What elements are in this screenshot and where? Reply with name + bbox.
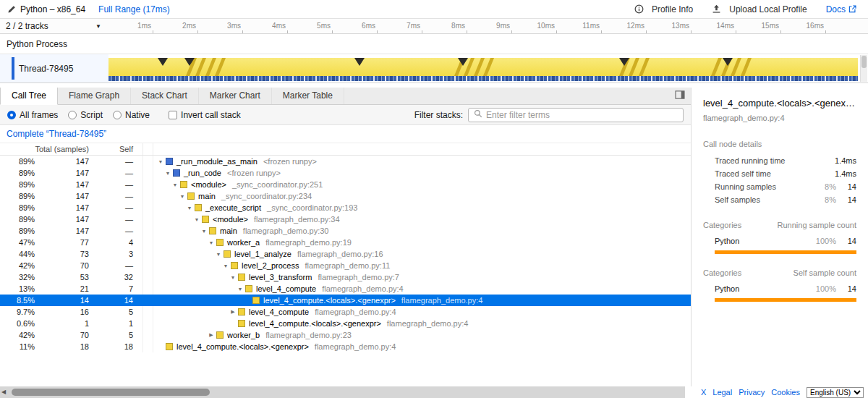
source-location: flamegraph_demo.py:4 <box>315 342 396 351</box>
tab-call-tree[interactable]: Call Tree <box>0 88 58 105</box>
expand-arrow-icon[interactable]: ▶ <box>207 332 216 338</box>
column-header-total[interactable]: Total (samples) <box>0 145 90 153</box>
full-range-link[interactable]: Full Range (17ms) <box>98 4 170 14</box>
jank-marker-icon[interactable] <box>354 58 365 66</box>
selected-node-title: level_4_compute.<locals>.<genexpr> <box>703 98 856 109</box>
tab-flame-graph[interactable]: Flame Graph <box>58 88 131 104</box>
horizontal-scrollbar[interactable]: ◀ <box>0 386 685 398</box>
chevron-down-icon: ▼ <box>95 23 101 30</box>
sidebar-toggle-button[interactable] <box>675 88 685 104</box>
function-name: _run_module_as_main <box>176 157 258 166</box>
call-tree-row[interactable]: 89%147—▼<module>flamegraph_demo.py:34 <box>0 213 691 225</box>
process-track-header[interactable]: Python Process <box>0 34 868 54</box>
collapse-arrow-icon[interactable]: ▼ <box>171 182 179 187</box>
call-tree-row[interactable]: 89%147—▼_run_code<frozen runpy> <box>0 167 691 179</box>
vertical-scrollbar-thumb[interactable] <box>861 56 867 68</box>
column-header-self[interactable]: Self <box>90 145 142 153</box>
radio-script[interactable]: Script <box>68 110 103 120</box>
categories-title: Categories <box>703 221 741 229</box>
row-total-samples: 70 <box>35 331 90 339</box>
call-tree-row[interactable]: 42%70—▼level_2_processflamegraph_demo.py… <box>0 260 691 271</box>
detail-row: Traced running time1.4ms <box>703 154 856 167</box>
filter-search-box[interactable] <box>468 108 684 122</box>
collapse-arrow-icon[interactable]: ▼ <box>236 287 244 292</box>
tab-stack-chart[interactable]: Stack Chart <box>131 88 199 104</box>
edit-profile-name-icon[interactable] <box>7 5 16 14</box>
language-select[interactable]: English (US) <box>807 387 864 398</box>
profile-info-button[interactable]: Profile Info <box>634 4 693 14</box>
collapse-arrow-icon[interactable]: ▼ <box>200 229 208 234</box>
thread-name: Thread-78495 <box>19 64 73 74</box>
collapse-arrow-icon[interactable]: ▼ <box>221 263 230 268</box>
collapse-arrow-icon[interactable]: ▼ <box>185 206 194 211</box>
docs-link[interactable]: Docs <box>826 4 861 14</box>
footer-link-legal[interactable]: Legal <box>712 388 732 397</box>
radio-native[interactable]: Native <box>113 110 150 120</box>
filter-input[interactable] <box>486 110 678 120</box>
call-tree-row[interactable]: 42%705▶worker_bflamegraph_demo.py:23 <box>0 329 691 341</box>
jank-marker-icon[interactable] <box>458 58 468 66</box>
function-name: main <box>198 192 216 200</box>
filter-stacks-label: Filter stacks: <box>414 110 463 120</box>
jank-marker-icon[interactable] <box>158 58 168 66</box>
row-total-samples: 147 <box>35 226 90 235</box>
tracks-dropdown[interactable]: 2 / 2 tracks ▼ <box>0 19 109 33</box>
collapse-arrow-icon[interactable]: ▼ <box>207 240 216 245</box>
external-link-icon <box>848 5 856 13</box>
row-total-samples: 70 <box>35 261 90 270</box>
tracks-summary: 2 / 2 tracks <box>6 21 48 31</box>
track-selected-indicator <box>12 57 14 80</box>
call-tree-row[interactable]: 32%5332▼level_3_transformflamegraph_demo… <box>0 271 691 283</box>
category-square-icon <box>173 169 180 177</box>
row-self-samples: — <box>90 169 142 177</box>
row-self-samples: 32 <box>90 273 142 281</box>
call-tree-row[interactable]: 8.5%1414level_4_compute.<locals>.<genexp… <box>0 295 691 306</box>
call-tree-row[interactable]: 0.6%11level_4_compute.<locals>.<genexpr>… <box>0 318 691 329</box>
call-tree-row[interactable]: 44%733▼level_1_analyzeflamegraph_demo.py… <box>0 248 691 260</box>
collapse-arrow-icon[interactable]: ▼ <box>229 275 237 280</box>
radio-all-frames[interactable]: All frames <box>7 110 58 120</box>
call-tree-row[interactable]: 9.7%165▶level_4_computeflamegraph_demo.p… <box>0 306 691 318</box>
thread-activity-graph[interactable] <box>109 54 858 82</box>
bottom-bar: ◀ XLegalPrivacyCookiesEnglish (US) <box>0 386 868 398</box>
timeline-vertical-scrollbar[interactable] <box>860 55 867 82</box>
thread-track-label[interactable]: Thread-78495 <box>0 54 109 82</box>
call-tree-row[interactable]: 89%147—▼_run_module_as_main<frozen runpy… <box>0 156 691 167</box>
call-tree-row[interactable]: 47%774▼worker_aflamegraph_demo.py:19 <box>0 237 691 248</box>
call-tree-row[interactable]: 11%1818level_4_compute.<locals>.<genexpr… <box>0 341 691 352</box>
footer-link-privacy[interactable]: Privacy <box>739 388 765 397</box>
jank-marker-icon[interactable] <box>723 58 733 66</box>
collapse-arrow-icon[interactable]: ▼ <box>156 159 165 164</box>
scroll-left-arrow-icon[interactable]: ◀ <box>1 387 6 397</box>
marker-hatch-icon <box>629 58 639 76</box>
source-location: flamegraph_demo.py:30 <box>243 226 329 235</box>
marker-hatch-icon <box>195 58 206 76</box>
row-self-samples: 14 <box>90 296 142 305</box>
category-row: Python100%14 <box>703 282 856 295</box>
jank-marker-icon[interactable] <box>619 58 629 66</box>
tab-marker-chart[interactable]: Marker Chart <box>199 88 272 104</box>
upload-profile-button[interactable]: Upload Local Profile <box>712 4 807 14</box>
horizontal-scrollbar-thumb[interactable] <box>12 389 210 396</box>
collapse-arrow-icon[interactable]: ▼ <box>163 171 172 176</box>
jank-marker-icon[interactable] <box>184 58 195 66</box>
tab-marker-table[interactable]: Marker Table <box>272 88 344 104</box>
category-square-icon <box>180 181 187 188</box>
footer-link-cookies[interactable]: Cookies <box>771 388 800 397</box>
collapse-arrow-icon[interactable]: ▼ <box>178 194 187 199</box>
expand-arrow-icon[interactable]: ▶ <box>229 309 237 315</box>
row-total-percent: 42% <box>0 331 35 339</box>
row-total-percent: 42% <box>0 261 35 270</box>
collapse-arrow-icon[interactable]: ▼ <box>192 217 201 222</box>
call-tree-row[interactable]: 13%217▼level_4_computeflamegraph_demo.py… <box>0 283 691 295</box>
function-name: level_4_compute.<locals>.<genexpr> <box>263 296 396 305</box>
call-tree-row[interactable]: 89%147—▼_execute_script_sync_coordinator… <box>0 202 691 213</box>
breadcrumb[interactable]: Complete “Thread-78495” <box>7 129 106 139</box>
call-tree-row[interactable]: 89%147—▼<module>_sync_coordinator.py:251 <box>0 179 691 190</box>
invert-call-stack-checkbox[interactable]: Invert call stack <box>169 110 241 120</box>
row-total-percent: 89% <box>0 226 35 235</box>
footer-link-x[interactable]: X <box>701 388 706 397</box>
collapse-arrow-icon[interactable]: ▼ <box>214 252 223 257</box>
call-tree-row[interactable]: 89%147—▼mainflamegraph_demo.py:30 <box>0 225 691 237</box>
call-tree-row[interactable]: 89%147—▼main_sync_coordinator.py:234 <box>0 190 691 202</box>
